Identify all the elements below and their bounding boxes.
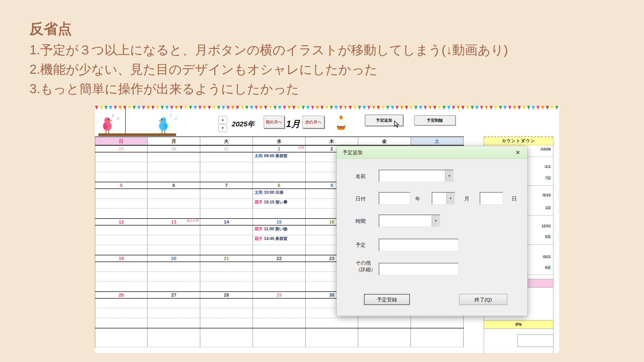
- schedule-cell[interactable]: 花子11:00 買い物: [253, 226, 306, 235]
- date-cell[interactable]: 31: [200, 146, 253, 152]
- schedule-cell[interactable]: [95, 172, 148, 182]
- quit-button[interactable]: 終了(Q): [459, 294, 507, 305]
- schedule-cell[interactable]: [200, 328, 253, 338]
- schedule-cell[interactable]: [148, 153, 200, 162]
- schedule-cell[interactable]: [200, 282, 253, 291]
- schedule-cell[interactable]: [148, 245, 200, 255]
- schedule-cell[interactable]: [148, 199, 200, 208]
- schedule-cell[interactable]: [253, 272, 306, 281]
- dialog-close-button[interactable]: ×: [513, 148, 523, 157]
- date-cell[interactable]: 1元旦: [253, 146, 306, 152]
- schedule-cell[interactable]: [253, 308, 306, 318]
- schedule-cell[interactable]: [95, 328, 148, 338]
- date-cell[interactable]: 26: [95, 292, 148, 298]
- schedule-cell[interactable]: [200, 262, 253, 272]
- schedule-cell[interactable]: [200, 162, 253, 172]
- schedule-cell[interactable]: [148, 172, 200, 182]
- date-cell[interactable]: 27: [148, 292, 200, 298]
- schedule-cell[interactable]: [148, 308, 200, 318]
- date-cell[interactable]: 14: [200, 219, 253, 225]
- date-cell[interactable]: 7: [200, 182, 253, 188]
- schedule-cell[interactable]: [148, 318, 200, 328]
- schedule-cell[interactable]: [95, 189, 148, 198]
- date-cell[interactable]: 20: [148, 255, 200, 261]
- schedule-cell[interactable]: [200, 245, 253, 255]
- schedule-cell[interactable]: [148, 235, 200, 245]
- date-cell[interactable]: 6: [148, 182, 200, 188]
- schedule-cell[interactable]: 花子10:15 習い事: [253, 199, 306, 208]
- chevron-down-icon[interactable]: ▼: [432, 215, 440, 227]
- schedule-cell[interactable]: [148, 189, 200, 198]
- schedule-cell[interactable]: [148, 328, 200, 338]
- schedule-cell[interactable]: [95, 308, 148, 318]
- schedule-cell[interactable]: [358, 338, 411, 347]
- spinner-up-button[interactable]: ▲: [218, 116, 227, 124]
- schedule-cell[interactable]: [200, 226, 253, 235]
- schedule-cell[interactable]: [148, 226, 200, 235]
- schedule-cell[interactable]: [253, 328, 306, 338]
- date-cell[interactable]: 29: [253, 292, 306, 298]
- schedule-cell[interactable]: [95, 162, 148, 172]
- date-cell[interactable]: 19: [95, 255, 148, 261]
- date-cell[interactable]: 5: [95, 182, 148, 188]
- plan-input[interactable]: [379, 239, 459, 251]
- schedule-cell[interactable]: [200, 172, 253, 182]
- spinner-down-button[interactable]: ▼: [218, 124, 227, 132]
- schedule-cell[interactable]: [95, 208, 148, 218]
- date-cell[interactable]: 8: [253, 182, 306, 188]
- schedule-cell[interactable]: [200, 235, 253, 245]
- schedule-cell[interactable]: [253, 282, 306, 291]
- schedule-cell[interactable]: 花子14:45 美容室: [253, 235, 306, 245]
- schedule-cell[interactable]: [148, 338, 200, 347]
- schedule-cell[interactable]: [200, 208, 253, 218]
- schedule-cell[interactable]: [358, 328, 411, 338]
- schedule-cell[interactable]: [95, 235, 148, 245]
- date-cell[interactable]: 12: [95, 219, 148, 225]
- register-button[interactable]: 予定登録: [364, 294, 410, 305]
- schedule-cell[interactable]: [411, 338, 464, 347]
- date-cell[interactable]: 29: [95, 146, 148, 152]
- next-month-button[interactable]: 次の月へ: [303, 116, 324, 128]
- schedule-cell[interactable]: [253, 245, 306, 255]
- schedule-cell[interactable]: [95, 318, 148, 328]
- schedule-cell[interactable]: [200, 272, 253, 281]
- schedule-cell[interactable]: [411, 328, 464, 338]
- date-cell[interactable]: 30: [148, 146, 200, 152]
- prev-month-button[interactable]: 前の月へ: [264, 116, 284, 128]
- date-month-combobox[interactable]: ▼: [432, 192, 455, 205]
- schedule-cell[interactable]: [200, 199, 253, 208]
- schedule-cell[interactable]: [306, 338, 358, 347]
- schedule-cell[interactable]: [95, 226, 148, 235]
- date-cell[interactable]: 15: [253, 219, 306, 225]
- schedule-cell[interactable]: [95, 282, 148, 291]
- schedule-cell[interactable]: [253, 208, 306, 218]
- dialog-titlebar[interactable]: [337, 146, 527, 159]
- schedule-cell[interactable]: [148, 208, 200, 218]
- schedule-cell[interactable]: [200, 338, 253, 347]
- schedule-cell[interactable]: 太郎10:00 出張: [253, 189, 306, 198]
- schedule-cell[interactable]: [200, 308, 253, 318]
- schedule-cell[interactable]: [306, 328, 358, 338]
- schedule-cell[interactable]: [148, 162, 200, 172]
- schedule-cell[interactable]: [200, 318, 253, 328]
- schedule-cell[interactable]: [148, 299, 200, 308]
- time-combobox[interactable]: ▼: [379, 215, 440, 227]
- date-year-input[interactable]: [379, 192, 410, 205]
- schedule-cell[interactable]: [253, 172, 306, 182]
- name-combobox[interactable]: ▼: [379, 170, 454, 182]
- chevron-down-icon[interactable]: ▼: [445, 170, 453, 182]
- date-cell[interactable]: 21: [200, 255, 253, 261]
- schedule-cell[interactable]: [306, 318, 358, 328]
- date-cell[interactable]: 28: [200, 292, 253, 298]
- schedule-cell[interactable]: [253, 299, 306, 308]
- schedule-cell[interactable]: [358, 318, 411, 328]
- schedule-cell[interactable]: [253, 162, 306, 172]
- schedule-cell[interactable]: [148, 262, 200, 272]
- schedule-cell[interactable]: [411, 318, 464, 328]
- schedule-cell[interactable]: [95, 338, 148, 347]
- schedule-cell[interactable]: [95, 262, 148, 272]
- date-cell[interactable]: 13成人の日: [148, 219, 200, 225]
- details-input[interactable]: [379, 263, 459, 276]
- date-day-input[interactable]: [480, 192, 503, 205]
- schedule-cell[interactable]: [95, 299, 148, 308]
